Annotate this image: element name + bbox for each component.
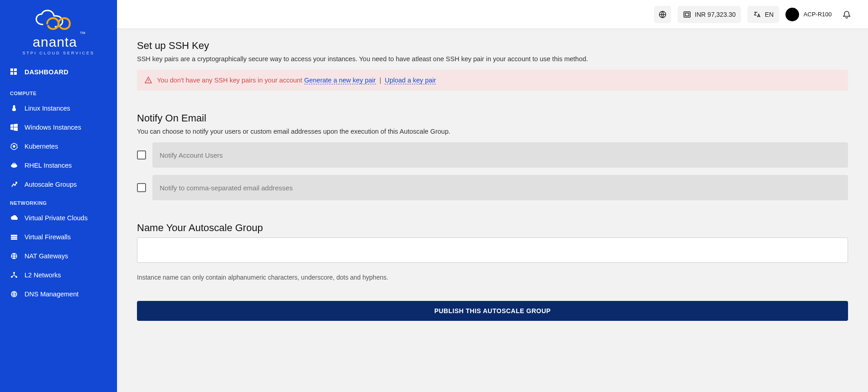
- svg-point-5: [13, 145, 15, 147]
- sidebar-item-rhel[interactable]: RHEL Instances: [0, 156, 117, 175]
- sidebar-item-nat[interactable]: NAT Gateways: [0, 247, 117, 266]
- sidebar-item-kubernetes[interactable]: Kubernetes: [0, 137, 117, 156]
- sidebar-item-linux[interactable]: Linux Instances: [0, 99, 117, 118]
- sidebar-item-label: Linux Instances: [24, 105, 70, 112]
- topbar: INR 97,323.30 EN ACP-R100: [117, 0, 868, 29]
- brand-subtitle: STPI CLOUD SERVICES: [0, 51, 117, 55]
- notify-emails-checkbox[interactable]: [137, 183, 146, 192]
- autoscale-icon: [10, 180, 18, 189]
- name-section: Name Your Autoscale Group Instance name …: [137, 222, 848, 321]
- sidebar-item-label: L2 Networks: [24, 271, 61, 279]
- linux-icon: [10, 104, 18, 112]
- sidebar-item-label: Virtual Firewalls: [24, 233, 71, 241]
- notify-desc: You can choose to notify your users or c…: [137, 128, 848, 135]
- notifications-button[interactable]: [838, 6, 855, 23]
- notify-account-placeholder: Notify Account Users: [160, 151, 223, 159]
- nat-icon: [10, 252, 18, 260]
- sidebar: ananta TM STPI CLOUD SERVICES DASHBOARD …: [0, 0, 117, 392]
- sidebar-item-label: DNS Management: [24, 290, 78, 298]
- sidebar-item-l2[interactable]: L2 Networks: [0, 266, 117, 285]
- sidebar-item-label: Virtual Private Clouds: [24, 214, 88, 222]
- brand-logo[interactable]: ananta TM STPI CLOUD SERVICES: [0, 0, 117, 60]
- svg-rect-2: [10, 72, 13, 75]
- svg-rect-1: [14, 68, 17, 71]
- name-hint: Instance name can only contain alphanume…: [137, 274, 848, 281]
- separator: |: [380, 77, 381, 84]
- ssh-desc: SSH key pairs are a cryptographically se…: [137, 55, 848, 63]
- sidebar-item-windows[interactable]: Windows Instances: [0, 118, 117, 137]
- svg-rect-3: [14, 72, 17, 75]
- svg-rect-16: [684, 12, 690, 17]
- svg-rect-0: [10, 68, 13, 71]
- generate-keypair-link[interactable]: Generate a new key pair: [304, 77, 376, 84]
- bell-icon: [842, 10, 851, 19]
- firewall-icon: [10, 233, 18, 241]
- kubernetes-icon: [10, 142, 18, 150]
- balance-text: INR 97,323.30: [695, 11, 736, 18]
- globe-icon: [10, 290, 18, 298]
- sidebar-item-dashboard[interactable]: DASHBOARD: [0, 60, 117, 84]
- svg-rect-7: [11, 235, 17, 236]
- notify-emails-placeholder: Notify to comma-separated email addresse…: [160, 184, 293, 192]
- sidebar-item-label: DASHBOARD: [24, 68, 68, 76]
- dashboard-icon: [10, 68, 18, 76]
- globe-icon: [658, 10, 667, 19]
- balance-chip[interactable]: INR 97,323.30: [678, 6, 741, 23]
- warning-icon: [144, 76, 152, 84]
- main-content: Set up SSH Key SSH key pairs are a crypt…: [117, 29, 868, 392]
- network-icon: [10, 271, 18, 279]
- svg-rect-9: [11, 238, 17, 240]
- logo-cloud-icon: [34, 9, 83, 34]
- svg-rect-17: [685, 13, 689, 16]
- windows-icon: [10, 123, 18, 131]
- sidebar-item-firewalls[interactable]: Virtual Firewalls: [0, 227, 117, 247]
- svg-rect-8: [11, 237, 17, 238]
- sidebar-item-label: NAT Gateways: [24, 252, 68, 260]
- cloud-icon: [10, 214, 18, 222]
- notify-title: Notify On Email: [137, 112, 848, 124]
- svg-point-6: [11, 164, 17, 168]
- ssh-alert-text: You don't have any SSH key pairs in your…: [157, 77, 302, 84]
- region-selector[interactable]: [654, 6, 671, 23]
- ssh-alert: You don't have any SSH key pairs in your…: [137, 70, 848, 91]
- brand-name: ananta: [33, 34, 77, 49]
- sidebar-item-label: RHEL Instances: [24, 162, 72, 169]
- language-selector[interactable]: EN: [747, 6, 779, 23]
- notify-emails-field[interactable]: Notify to comma-separated email addresse…: [152, 175, 848, 200]
- brand-tm: TM: [80, 31, 85, 35]
- sidebar-item-label: Windows Instances: [24, 124, 81, 131]
- sidebar-item-vpc[interactable]: Virtual Private Clouds: [0, 208, 117, 227]
- notify-account-checkbox[interactable]: [137, 150, 146, 160]
- avatar: [785, 8, 799, 21]
- name-title: Name Your Autoscale Group: [137, 222, 848, 234]
- sidebar-section-networking: NETWORKING: [0, 194, 117, 208]
- sidebar-item-label: Kubernetes: [24, 143, 58, 150]
- sidebar-section-compute: COMPUTE: [0, 84, 117, 99]
- sidebar-item-autoscale[interactable]: Autoscale Groups: [0, 175, 117, 194]
- sidebar-item-dns[interactable]: DNS Management: [0, 285, 117, 304]
- rhel-icon: [10, 161, 18, 169]
- user-menu[interactable]: ACP-R100: [785, 8, 832, 21]
- notify-row-account-users: Notify Account Users: [137, 142, 848, 168]
- autoscale-name-input[interactable]: [137, 237, 848, 263]
- notify-row-emails: Notify to comma-separated email addresse…: [137, 175, 848, 200]
- sidebar-item-label: Autoscale Groups: [24, 181, 77, 188]
- ssh-title: Set up SSH Key: [137, 40, 848, 52]
- svg-point-11: [13, 272, 15, 274]
- language-text: EN: [765, 11, 773, 18]
- user-name-text: ACP-R100: [804, 11, 832, 18]
- notify-account-field[interactable]: Notify Account Users: [152, 142, 848, 168]
- notify-section: Notify On Email You can choose to notify…: [137, 112, 848, 200]
- upload-keypair-link[interactable]: Upload a key pair: [385, 77, 436, 84]
- wallet-icon: [683, 10, 691, 19]
- publish-button[interactable]: PUBLISH THIS AUTOSCALE GROUP: [137, 301, 848, 321]
- translate-icon: [753, 10, 761, 19]
- ssh-section: Set up SSH Key SSH key pairs are a crypt…: [137, 40, 848, 91]
